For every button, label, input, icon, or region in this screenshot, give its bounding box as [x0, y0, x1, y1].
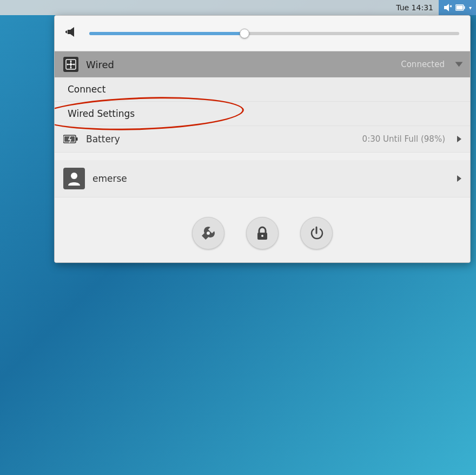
user-row[interactable]: emerse: [55, 160, 470, 197]
svg-rect-4: [464, 6, 465, 9]
svg-point-24: [261, 235, 263, 237]
volume-slider[interactable]: [89, 28, 459, 39]
svg-point-14: [67, 64, 69, 65]
svg-rect-19: [76, 137, 78, 141]
svg-rect-5: [456, 6, 462, 10]
volume-section: [55, 16, 470, 51]
svg-point-22: [207, 232, 210, 235]
topbar-icon-area: ▾: [439, 0, 476, 15]
slider-thumb[interactable]: [240, 29, 249, 38]
battery-status: 0:30 Until Full (98%): [362, 134, 445, 144]
lock-button[interactable]: [246, 217, 279, 249]
section-spacer: [55, 153, 470, 160]
wired-label: Wired: [86, 59, 393, 70]
volume-icon: [65, 25, 81, 41]
topbar: Tue 14:31 ▾: [0, 0, 476, 15]
wired-status: Connected: [401, 60, 445, 69]
bottom-buttons: [55, 208, 470, 262]
network-wired-icon: [63, 57, 78, 72]
settings-button[interactable]: [192, 217, 224, 249]
battery-submenu-arrow: [457, 136, 461, 142]
svg-point-17: [70, 67, 72, 69]
connect-item[interactable]: Connect: [55, 77, 470, 102]
user-submenu-arrow: [457, 175, 461, 182]
power-button[interactable]: [300, 217, 333, 249]
avatar: [63, 168, 85, 189]
svg-point-15: [74, 64, 75, 65]
battery-row[interactable]: Battery 0:30 Until Full (98%): [55, 126, 470, 153]
svg-marker-6: [68, 27, 74, 37]
svg-point-21: [71, 173, 77, 179]
tray-dropdown-arrow[interactable]: ▾: [468, 5, 473, 11]
wired-settings-item[interactable]: Wired Settings: [55, 102, 470, 126]
battery-label: Battery: [86, 134, 355, 144]
username: emerse: [92, 173, 449, 184]
slider-track: [89, 32, 459, 35]
volume-tray-icon[interactable]: [442, 2, 453, 13]
bottom-spacer: [55, 197, 470, 208]
battery-icon: [63, 134, 78, 144]
svg-point-13: [70, 63, 72, 65]
wired-dropdown-arrow: [455, 62, 463, 67]
dropdown-panel: Wired Connected Connect Wired Settings B…: [54, 15, 471, 263]
battery-tray-icon[interactable]: [455, 2, 466, 13]
svg-marker-0: [444, 4, 449, 11]
wired-network-row[interactable]: Wired Connected: [55, 51, 470, 77]
slider-fill: [89, 32, 244, 35]
svg-point-16: [70, 61, 72, 62]
panel-pointer: [427, 15, 438, 16]
topbar-right: Tue 14:31 ▾: [391, 0, 476, 15]
clock: Tue 14:31: [391, 3, 439, 12]
